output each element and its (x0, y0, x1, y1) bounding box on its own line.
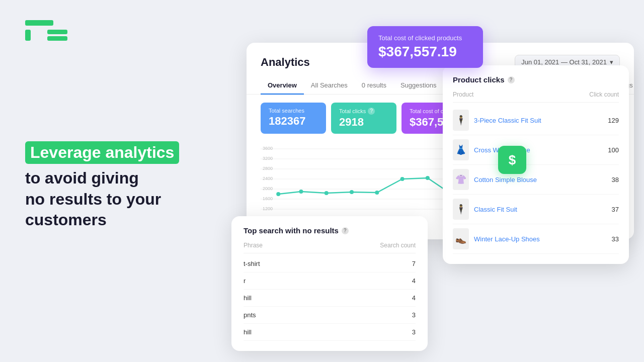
product-clicks-title: Product clicks ? (453, 75, 619, 84)
tab-0-results[interactable]: 0 results (355, 76, 393, 94)
headline: Leverage analytics to avoid givingno res… (25, 141, 206, 231)
product-row: 👗 Cross Wrap Blouse 100 (453, 135, 619, 165)
headline-rest: to avoid givingno results to yourcustome… (25, 168, 206, 231)
product-count-3: 38 (612, 176, 619, 184)
tooltip-card: Total cost of clicked products $367,557.… (367, 26, 483, 68)
date-range-text: Jun 01, 2021 — Oct 31, 2021 (521, 58, 607, 66)
left-panel: Leverage analytics to avoid givingno res… (0, 0, 231, 362)
svg-text:1600: 1600 (263, 196, 273, 201)
svg-point-18 (375, 191, 379, 195)
svg-point-20 (426, 176, 430, 180)
search-row: hill 4 (244, 290, 416, 307)
analytics-title: Analytics (261, 56, 310, 69)
help-icon-no-results[interactable]: ? (342, 227, 349, 234)
count-5: 3 (412, 328, 416, 336)
svg-text:3600: 3600 (263, 146, 273, 151)
product-row: 👚 Cotton Simple Blouse 38 (453, 165, 619, 195)
svg-point-19 (400, 177, 405, 181)
svg-text:1200: 1200 (263, 206, 273, 211)
product-image-4: 🕴 (453, 199, 469, 220)
tooltip-label: Total cost of clicked products (378, 34, 472, 42)
stat-total-searches: Total searches 182367 (261, 103, 326, 134)
product-name-4[interactable]: Classic Fit Suit (474, 206, 607, 213)
product-count-5: 33 (612, 235, 619, 243)
product-image-2: 👗 (453, 139, 469, 160)
count-2: 4 (412, 277, 416, 285)
product-count-4: 37 (612, 206, 619, 213)
stat-clicks-label: Total clicks ? (339, 108, 388, 115)
phrase-2: r (244, 277, 246, 285)
product-count-2: 100 (608, 146, 619, 154)
no-results-panel: Top search with no results ? Phrase Sear… (231, 216, 428, 351)
search-table-header: Phrase Search count (244, 242, 416, 253)
stat-clicks-value: 2918 (339, 116, 388, 129)
headline-highlight: Leverage analytics (25, 141, 179, 164)
svg-text:2400: 2400 (263, 176, 273, 181)
product-image-1: 🕴 (453, 110, 469, 131)
col-count-header: Click count (589, 91, 619, 98)
count-4: 3 (412, 311, 416, 319)
col-phrase-header: Phrase (244, 242, 263, 249)
tab-all-searches[interactable]: All Searches (304, 76, 355, 94)
help-icon-product-clicks[interactable]: ? (508, 76, 515, 83)
product-table-header: Product Click count (453, 91, 619, 103)
product-table: Product Click count 🕴 3-Piece Classic Fi… (453, 91, 619, 254)
product-name-2[interactable]: Cross Wrap Blouse (474, 146, 603, 154)
product-image-5: 👞 (453, 228, 469, 249)
col-product-header: Product (453, 91, 473, 98)
chevron-down-icon: ▾ (610, 58, 613, 66)
svg-point-15 (299, 190, 303, 194)
count-3: 4 (412, 294, 416, 302)
svg-point-14 (276, 192, 280, 196)
product-image-3: 👚 (453, 169, 469, 190)
svg-point-17 (350, 190, 354, 194)
dollar-icon: $ (498, 146, 526, 174)
help-icon-clicks[interactable]: ? (368, 108, 375, 115)
phrase-3: hill (244, 294, 252, 302)
svg-point-16 (325, 191, 329, 195)
count-1: 7 (412, 260, 416, 267)
search-row: hill 3 (244, 324, 416, 341)
svg-text:2800: 2800 (263, 166, 273, 171)
phrase-5: hill (244, 328, 252, 336)
phrase-4: pnts (244, 311, 256, 319)
product-count-1: 129 (608, 117, 619, 124)
stat-searches-value: 182367 (269, 115, 318, 128)
stat-total-clicks: Total clicks ? 2918 (331, 103, 396, 134)
product-name-3[interactable]: Cotton Simple Blouse (474, 176, 607, 184)
svg-text:3200: 3200 (263, 156, 273, 161)
no-results-title: Top search with no results ? (244, 226, 416, 235)
phrase-1: t-shirt (244, 260, 260, 267)
search-row: r 4 (244, 273, 416, 290)
svg-text:2000: 2000 (263, 186, 273, 191)
product-row: 🕴 Classic Fit Suit 37 (453, 195, 619, 224)
search-row: pnts 3 (244, 307, 416, 324)
product-name-1[interactable]: 3-Piece Classic Fit Suit (474, 117, 603, 124)
tooltip-value: $367,557.19 (378, 44, 472, 60)
tab-suggestions[interactable]: Suggestions (393, 76, 444, 94)
tab-overview[interactable]: Overview (261, 76, 304, 94)
product-row: 🕴 3-Piece Classic Fit Suit 129 (453, 106, 619, 135)
stat-searches-label: Total searches (269, 108, 318, 114)
product-clicks-panel: Product clicks ? Product Click count 🕴 3… (443, 65, 629, 264)
search-row: t-shirt 7 (244, 255, 416, 273)
col-search-count-header: Search count (380, 242, 416, 249)
product-row: 👞 Winter Lace-Up Shoes 33 (453, 224, 619, 254)
product-name-5[interactable]: Winter Lace-Up Shoes (474, 235, 607, 243)
